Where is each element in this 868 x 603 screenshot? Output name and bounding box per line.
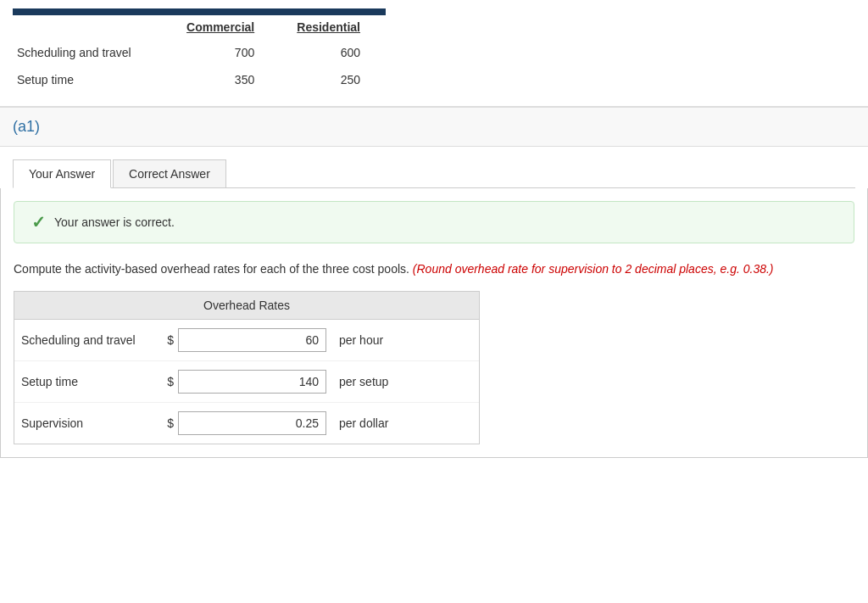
row-label: Setup time <box>13 66 170 93</box>
unit-label: per setup <box>339 375 388 388</box>
tabs-container: Your Answer Correct Answer <box>0 147 868 188</box>
correct-text: Your answer is correct. <box>54 215 175 229</box>
instruction-main: Compute the activity-based overhead rate… <box>14 262 409 276</box>
answer-content: ✓ Your answer is correct. Compute the ac… <box>0 188 868 458</box>
dollar-sign: $ <box>161 416 174 430</box>
dollar-sign: $ <box>161 375 174 388</box>
instruction-text: Compute the activity-based overhead rate… <box>14 260 854 278</box>
overhead-value-input[interactable] <box>178 370 326 394</box>
overhead-body: Scheduling and travel $ per hour Setup t… <box>14 320 480 444</box>
overhead-row-label: Setup time <box>21 375 157 388</box>
dollar-sign: $ <box>161 333 174 347</box>
row-label: Scheduling and travel <box>13 39 170 66</box>
col-header-residential: Residential <box>280 15 386 39</box>
col-header-empty <box>13 15 170 39</box>
overhead-table: Overhead Rates Scheduling and travel $ p… <box>14 291 480 444</box>
unit-label: per dollar <box>339 416 388 430</box>
checkmark-icon: ✓ <box>31 212 46 232</box>
row-residential: 250 <box>280 66 386 93</box>
data-table: Commercial Residential Scheduling and tr… <box>13 15 386 93</box>
correct-banner: ✓ Your answer is correct. <box>14 201 854 243</box>
tabs: Your Answer Correct Answer <box>13 159 855 188</box>
row-commercial: 350 <box>170 66 281 93</box>
row-residential: 600 <box>280 39 386 66</box>
table-row: Setup time 350 250 <box>13 66 386 93</box>
a1-section: (a1) <box>0 108 868 147</box>
table-header-bar <box>13 8 386 15</box>
overhead-header: Overhead Rates <box>14 291 480 320</box>
top-section: Commercial Residential Scheduling and tr… <box>0 0 868 108</box>
a1-label: (a1) <box>13 118 40 135</box>
tab-correct-answer[interactable]: Correct Answer <box>113 159 226 187</box>
tab-your-answer[interactable]: Your Answer <box>13 159 111 188</box>
overhead-row-label: Supervision <box>21 416 157 430</box>
overhead-row: Scheduling and travel $ per hour <box>14 320 479 361</box>
overhead-row: Supervision $ per dollar <box>14 403 479 444</box>
row-commercial: 700 <box>170 39 281 66</box>
table-row: Scheduling and travel 700 600 <box>13 39 386 66</box>
instruction-note: (Round overhead rate for supervision to … <box>413 262 774 276</box>
overhead-value-input[interactable] <box>178 411 326 435</box>
overhead-value-input[interactable] <box>178 328 326 352</box>
overhead-row: Setup time $ per setup <box>14 361 479 403</box>
unit-label: per hour <box>339 333 383 347</box>
overhead-row-label: Scheduling and travel <box>21 333 157 347</box>
col-header-commercial: Commercial <box>170 15 281 39</box>
